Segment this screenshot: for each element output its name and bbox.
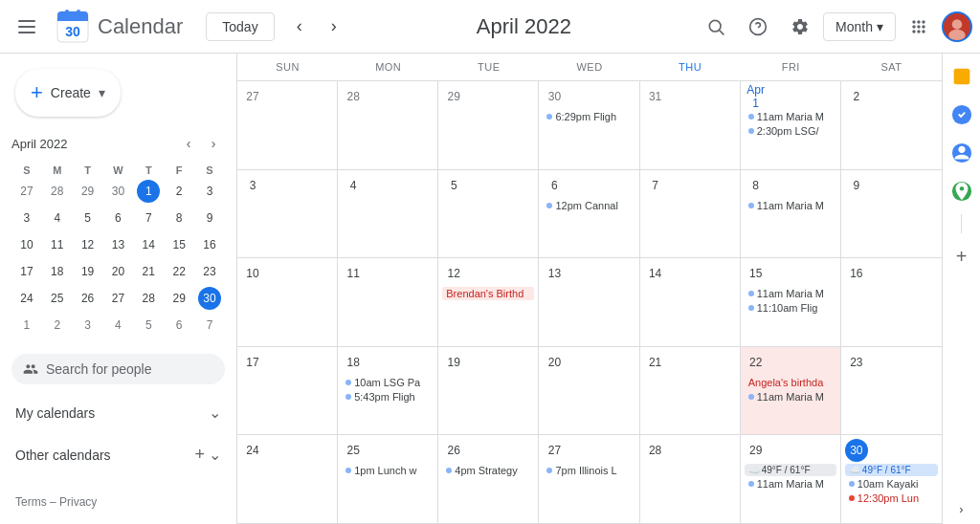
day-number[interactable]: 7 <box>644 174 667 197</box>
day-number[interactable]: 27 <box>543 439 566 462</box>
calendar-cell[interactable]: 27 <box>237 81 338 169</box>
day-number[interactable]: 29 <box>745 439 768 462</box>
calendar-event[interactable]: 11am Maria M <box>745 287 836 300</box>
mini-cal-day[interactable]: 6 <box>164 312 194 338</box>
mini-cal-day[interactable]: 27 <box>11 178 42 205</box>
day-number[interactable]: 10 <box>241 262 264 285</box>
calendar-event[interactable]: 11am Maria M <box>745 199 836 212</box>
calendar-event[interactable]: 10am LSG Pa <box>342 376 434 389</box>
mini-cal-day[interactable]: 13 <box>103 231 134 258</box>
mini-cal-day[interactable]: 27 <box>103 285 134 312</box>
mini-cal-day[interactable]: 1 <box>133 178 164 205</box>
mini-cal-day[interactable]: 21 <box>133 258 164 285</box>
calendar-cell[interactable]: 28 <box>338 81 438 169</box>
calendar-event[interactable]: 2:30pm LSG/ <box>745 124 836 138</box>
calendar-event[interactable]: 11am Maria M <box>745 390 836 404</box>
calendar-cell[interactable]: 30☁️49°F / 61°F10am Kayaki12:30pm Lun <box>841 435 942 523</box>
mini-cal-day[interactable]: 17 <box>11 258 42 285</box>
day-number[interactable]: 31 <box>644 85 667 108</box>
calendar-event[interactable]: 6:29pm Fligh <box>543 110 635 123</box>
mini-cal-day[interactable]: 24 <box>11 285 42 312</box>
day-number[interactable]: 19 <box>442 351 465 374</box>
calendar-cell[interactable]: 31 <box>640 81 741 169</box>
calendar-cell[interactable]: 11 <box>338 258 438 346</box>
day-number[interactable]: 28 <box>342 85 365 108</box>
mini-cal-day[interactable]: 26 <box>73 285 103 312</box>
mini-cal-day[interactable]: 28 <box>42 178 73 205</box>
day-number[interactable]: 8 <box>745 174 768 197</box>
calendar-event[interactable]: 11am Maria M <box>745 110 836 123</box>
mini-cal-day[interactable]: 29 <box>164 285 194 312</box>
tasks-icon[interactable] <box>947 99 977 130</box>
day-number[interactable]: 25 <box>342 439 365 462</box>
people-search-bar[interactable]: Search for people <box>11 354 225 384</box>
mini-cal-day[interactable]: 8 <box>164 205 194 231</box>
next-month-button[interactable]: › <box>317 10 351 44</box>
calendar-cell[interactable]: 16 <box>841 258 942 346</box>
mini-cal-day[interactable]: 22 <box>164 258 194 285</box>
calendar-event[interactable]: 12:30pm Lun <box>845 491 938 505</box>
calendar-cell[interactable]: 251pm Lunch w <box>338 435 438 523</box>
calendar-cell[interactable]: 2 <box>841 81 942 169</box>
mini-cal-day[interactable]: 20 <box>103 258 134 285</box>
mini-cal-day[interactable]: 25 <box>42 285 73 312</box>
mini-cal-day[interactable]: 28 <box>133 285 164 312</box>
mini-cal-day[interactable]: 23 <box>194 258 225 285</box>
day-number[interactable]: 12 <box>442 262 465 285</box>
day-number[interactable]: 30 <box>845 439 868 462</box>
mini-cal-day[interactable]: 7 <box>194 312 225 338</box>
mini-cal-day[interactable]: 2 <box>42 312 73 338</box>
calendar-cell[interactable]: 29 <box>438 81 539 169</box>
today-button[interactable]: Today <box>206 12 274 41</box>
mini-cal-day[interactable]: 11 <box>42 231 73 258</box>
maps-icon[interactable] <box>947 176 977 207</box>
day-number[interactable]: 29 <box>442 85 465 108</box>
mini-cal-day[interactable]: 14 <box>133 231 164 258</box>
my-calendars-header[interactable]: My calendars ⌄ <box>11 396 225 429</box>
notifications-icon[interactable] <box>947 61 977 92</box>
help-button[interactable] <box>739 8 777 46</box>
day-number[interactable]: 15 <box>745 262 768 285</box>
calendar-cell[interactable]: 4 <box>338 170 438 258</box>
calendar-cell[interactable]: 9 <box>841 170 942 258</box>
other-calendars-add-icon[interactable]: + <box>194 445 205 465</box>
weather-event-blue[interactable]: ☁️49°F / 61°F <box>845 464 938 476</box>
day-number[interactable]: 6 <box>543 174 566 197</box>
day-number[interactable]: 21 <box>644 351 667 374</box>
mini-cal-day[interactable]: 1 <box>11 312 42 338</box>
calendar-cell[interactable]: 5 <box>438 170 539 258</box>
calendar-cell[interactable]: Apr 111am Maria M2:30pm LSG/ <box>741 81 841 169</box>
mini-cal-day[interactable]: 6 <box>103 205 134 231</box>
day-number[interactable]: 13 <box>543 262 566 285</box>
day-number[interactable]: 14 <box>644 262 667 285</box>
weather-event[interactable]: ☁️49°F / 61°F <box>745 464 836 476</box>
mini-cal-day[interactable]: 3 <box>11 205 42 231</box>
mini-cal-day[interactable]: 10 <box>11 231 42 258</box>
day-number[interactable]: 5 <box>442 174 465 197</box>
menu-button[interactable] <box>8 8 46 46</box>
contacts-icon[interactable] <box>947 138 977 168</box>
calendar-cell[interactable]: 20 <box>539 347 639 435</box>
mini-cal-day[interactable]: 30 <box>103 178 134 205</box>
mini-cal-day[interactable]: 18 <box>42 258 73 285</box>
calendar-cell[interactable]: 14 <box>640 258 741 346</box>
mini-cal-day[interactable]: 3 <box>194 178 225 205</box>
calendar-event-banner[interactable]: Brendan's Birthd <box>442 287 534 300</box>
mini-cal-day[interactable]: 9 <box>194 205 225 231</box>
day-number[interactable]: 27 <box>241 85 264 108</box>
day-number[interactable]: 30 <box>543 85 566 108</box>
day-number[interactable]: 3 <box>241 174 264 197</box>
search-button[interactable] <box>697 8 735 46</box>
mini-cal-day[interactable]: 5 <box>73 205 103 231</box>
mini-cal-day[interactable]: 4 <box>103 312 134 338</box>
day-number[interactable]: 16 <box>845 262 868 285</box>
mini-cal-day[interactable]: 3 <box>73 312 103 338</box>
day-number[interactable]: 17 <box>241 351 264 374</box>
calendar-cell[interactable]: 24 <box>237 435 338 523</box>
mini-cal-day[interactable]: 30 <box>194 285 225 312</box>
prev-month-button[interactable]: ‹ <box>282 10 317 44</box>
calendar-cell[interactable]: 23 <box>841 347 942 435</box>
other-calendars-header[interactable]: Other calendars + ⌄ <box>11 437 225 472</box>
calendar-cell[interactable]: 7 <box>640 170 741 258</box>
day-number[interactable]: 18 <box>342 351 365 374</box>
